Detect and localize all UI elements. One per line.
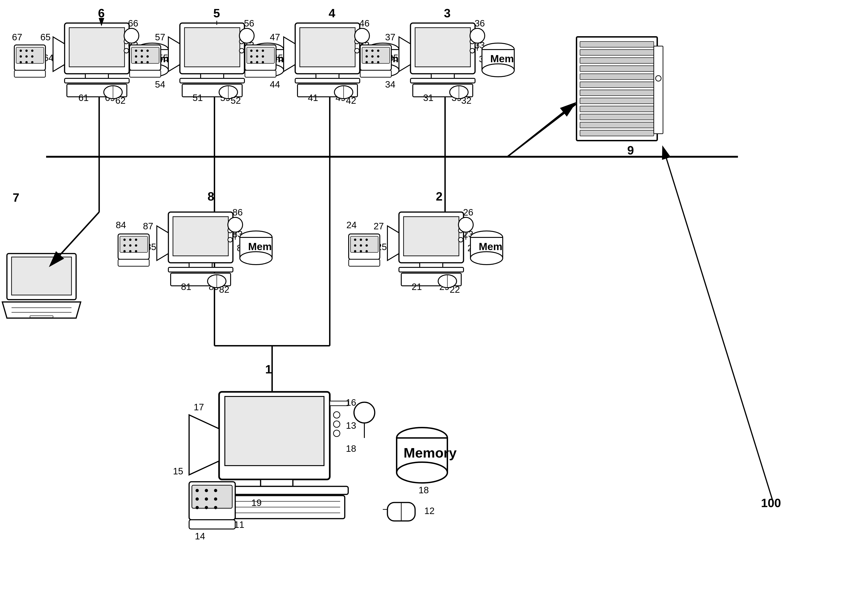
mem-label-3: Mem [490, 53, 514, 65]
svg-point-188 [360, 250, 362, 252]
svg-point-32 [31, 55, 33, 58]
label-34: 34 [385, 79, 395, 89]
svg-point-112 [366, 61, 368, 63]
svg-point-99 [470, 48, 474, 53]
label-86: 86 [232, 207, 243, 217]
svg-point-155 [123, 250, 126, 252]
svg-rect-197 [260, 480, 293, 486]
svg-point-114 [377, 61, 379, 63]
svg-rect-166 [30, 316, 53, 318]
label-84: 84 [116, 220, 126, 230]
svg-rect-223 [189, 520, 235, 529]
svg-point-187 [354, 250, 356, 252]
svg-point-88 [262, 61, 264, 63]
svg-point-109 [366, 55, 368, 58]
label-26: 26 [463, 207, 473, 217]
svg-point-50 [239, 28, 254, 43]
svg-point-142 [228, 238, 232, 242]
label-9: 9 [627, 144, 634, 157]
svg-rect-41 [184, 28, 240, 67]
label-8: 8 [208, 190, 214, 203]
label-14: 14 [195, 531, 205, 541]
svg-point-110 [371, 55, 374, 58]
svg-point-35 [31, 61, 33, 63]
svg-rect-126 [580, 90, 654, 96]
label-100: 100 [761, 496, 781, 509]
svg-rect-123 [580, 66, 654, 71]
svg-point-85 [262, 55, 264, 58]
svg-point-204 [333, 412, 340, 418]
svg-point-54 [135, 49, 137, 52]
svg-rect-158 [118, 259, 149, 266]
diagram-container: 6 65 64 66 63 61 69 62 68 67 Mem 5 57 55… [0, 0, 868, 597]
label-15: 15 [173, 466, 183, 476]
svg-rect-70 [295, 79, 360, 83]
svg-point-107 [371, 49, 374, 52]
svg-point-33 [19, 61, 22, 63]
svg-point-84 [256, 55, 258, 58]
svg-point-80 [250, 49, 253, 52]
label-2: 2 [436, 190, 443, 203]
svg-rect-131 [580, 130, 654, 136]
svg-point-161 [240, 252, 272, 264]
svg-point-102 [470, 28, 485, 43]
label-22: 22 [450, 284, 460, 295]
svg-point-86 [250, 61, 253, 63]
svg-point-111 [377, 55, 379, 58]
svg-rect-95 [431, 74, 454, 79]
label-42: 42 [346, 95, 356, 105]
svg-point-58 [141, 55, 143, 58]
svg-rect-69 [316, 74, 339, 79]
svg-point-215 [205, 489, 208, 492]
svg-point-31 [25, 55, 28, 58]
svg-point-56 [146, 49, 149, 52]
svg-point-145 [228, 217, 242, 232]
svg-rect-170 [420, 263, 443, 267]
svg-rect-163 [12, 257, 71, 295]
label-6: 6 [98, 6, 105, 20]
svg-point-27 [19, 49, 22, 52]
svg-rect-42 [201, 74, 224, 79]
svg-point-174 [458, 238, 463, 242]
svg-rect-138 [189, 263, 212, 267]
svg-rect-129 [580, 114, 654, 120]
svg-point-214 [196, 489, 199, 492]
label-44: 44 [270, 79, 280, 89]
svg-point-34 [25, 61, 28, 63]
svg-rect-132 [654, 46, 663, 134]
label-5: 5 [213, 6, 220, 20]
svg-point-177 [458, 217, 473, 232]
svg-point-118 [482, 64, 514, 77]
svg-point-152 [123, 244, 126, 247]
label-67: 67 [12, 32, 22, 42]
label-57: 57 [155, 32, 165, 42]
label-16: 16 [346, 397, 356, 407]
svg-point-59 [146, 55, 149, 58]
label-65: 65 [40, 32, 51, 42]
svg-rect-124 [580, 74, 654, 80]
label-46: 46 [359, 18, 370, 28]
label-24: 24 [346, 220, 357, 230]
svg-point-76 [355, 28, 369, 43]
label-47: 47 [270, 32, 280, 42]
label-18b: 18 [419, 485, 429, 495]
svg-point-62 [146, 61, 149, 63]
svg-rect-213 [192, 485, 232, 508]
svg-point-151 [135, 239, 137, 241]
svg-rect-43 [180, 79, 244, 83]
svg-rect-128 [580, 106, 654, 112]
label-32: 32 [461, 95, 471, 105]
svg-point-57 [135, 55, 137, 58]
label-19: 19 [251, 498, 262, 508]
svg-rect-203 [330, 401, 348, 406]
svg-rect-137 [173, 217, 228, 256]
svg-point-186 [366, 244, 368, 247]
svg-point-211 [397, 462, 447, 483]
label-1: 1 [265, 362, 272, 376]
svg-point-193 [470, 252, 503, 264]
svg-point-60 [135, 61, 137, 63]
svg-point-181 [354, 239, 356, 241]
label-31: 31 [423, 93, 434, 103]
svg-point-87 [256, 61, 258, 63]
svg-point-183 [366, 239, 368, 241]
